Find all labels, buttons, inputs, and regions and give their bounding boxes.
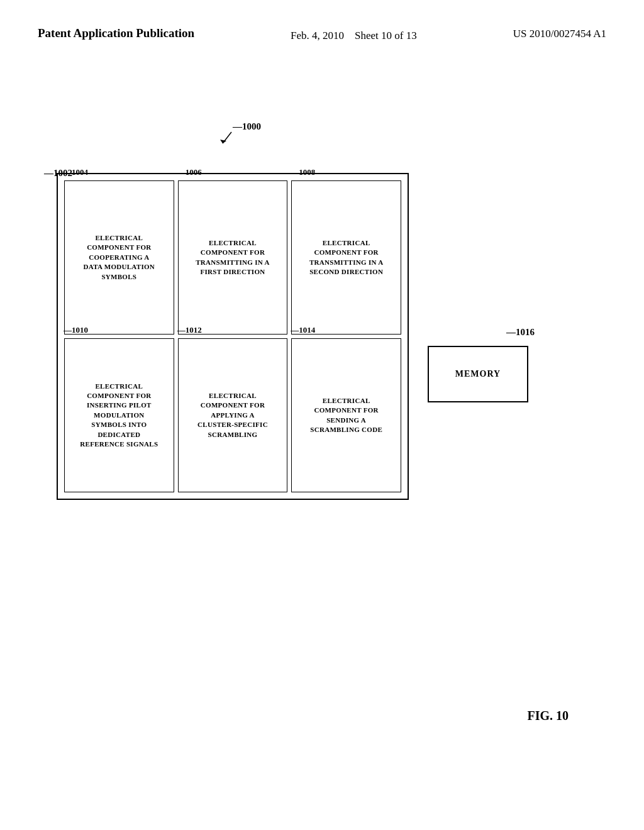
comp-text-1006: ELECTRICALCOMPONENT FORTRANSMITTING IN A… — [196, 238, 270, 277]
ref-1004: —1004 — [64, 167, 88, 177]
memory-container: —1016 MEMORY — [428, 346, 528, 402]
ref-1014: —1014 — [291, 325, 315, 335]
outer-box-1002: —1004 ELECTRICALCOMPONENT FORCOOPERATING… — [57, 173, 409, 500]
comp-text-1012: ELECTRICALCOMPONENT FORAPPLYING ACLUSTER… — [197, 391, 268, 440]
component-box-1004: —1004 ELECTRICALCOMPONENT FORCOOPERATING… — [64, 180, 174, 335]
ref-1016-label: —1016 — [506, 327, 535, 338]
diagram-area: —1000 —1002 —1004 ELECTRICALCOMPONENT FO… — [38, 101, 606, 742]
comp-text-1004: ELECTRICALCOMPONENT FORCOOPERATING ADATA… — [84, 233, 155, 282]
memory-box: MEMORY — [428, 346, 528, 402]
component-box-1006: —1006 ELECTRICALCOMPONENT FORTRANSMITTIN… — [178, 180, 288, 335]
svg-text:—1000: —1000 — [232, 121, 261, 131]
component-box-1010: —1010 ELECTRICALCOMPONENT FORINSERTING P… — [64, 338, 174, 492]
ref-1006: —1006 — [177, 167, 202, 177]
component-box-1014: —1014 ELECTRICALCOMPONENT FORSENDING ASC… — [291, 338, 401, 492]
publication-title: Patent Application Publication — [38, 25, 194, 42]
component-box-1012: —1012 ELECTRICALCOMPONENT FORAPPLYING AC… — [178, 338, 288, 492]
component-box-1008: —1008 ELECTRICALCOMPONENT FORTRANSMITTIN… — [291, 180, 401, 335]
ref-1012: —1012 — [177, 325, 202, 335]
comp-text-1014: ELECTRICALCOMPONENT FORSENDING ASCRAMBLI… — [310, 396, 382, 435]
publication-date: Feb. 4, 2010 — [291, 30, 344, 42]
component-grid: —1004 ELECTRICALCOMPONENT FORCOOPERATING… — [64, 180, 401, 492]
memory-label: MEMORY — [455, 369, 501, 379]
page-header: Patent Application Publication Feb. 4, 2… — [0, 25, 644, 44]
publication-date-sheet: Feb. 4, 2010 Sheet 10 of 13 — [291, 25, 417, 44]
ref-1000-label: —1000 — [220, 119, 270, 147]
figure-caption: FIG. 10 — [527, 709, 569, 723]
ref-1010: —1010 — [64, 325, 88, 335]
comp-text-1008: ELECTRICALCOMPONENT FORTRANSMITTING IN A… — [309, 238, 384, 277]
ref-1008: —1008 — [291, 167, 315, 177]
sheet-info: Sheet 10 of 13 — [355, 30, 417, 42]
publication-number: US 2010/0027454 A1 — [513, 25, 606, 40]
comp-text-1010: ELECTRICALCOMPONENT FORINSERTING PILOTMO… — [80, 382, 158, 450]
